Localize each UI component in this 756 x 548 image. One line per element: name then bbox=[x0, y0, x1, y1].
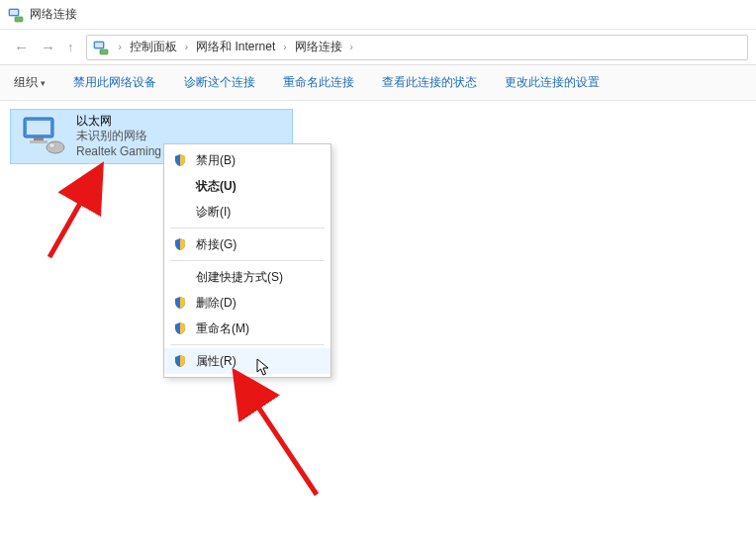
toolbar: 组织 禁用此网络设备 诊断这个连接 重命名此连接 查看此连接的状态 更改此连接的… bbox=[0, 65, 756, 101]
ctx-create-shortcut-label: 创建快捷方式(S) bbox=[196, 269, 283, 286]
svg-rect-9 bbox=[30, 140, 47, 143]
toolbar-change-settings[interactable]: 更改此连接的设置 bbox=[505, 74, 600, 91]
ctx-rename-label: 重命名(M) bbox=[196, 320, 249, 337]
svg-rect-8 bbox=[34, 137, 44, 140]
svg-rect-2 bbox=[15, 17, 23, 22]
adapter-status: 未识别的网络 bbox=[76, 129, 161, 144]
shield-icon bbox=[172, 353, 188, 369]
ethernet-adapter-icon bbox=[19, 115, 66, 158]
adapter-name: 以太网 bbox=[76, 114, 161, 130]
ctx-diagnose[interactable]: 诊断(I) bbox=[164, 199, 331, 225]
breadcrumb[interactable]: › 控制面板 › 网络和 Internet › 网络连接 › bbox=[86, 35, 749, 60]
crumb-control-panel[interactable]: 控制面板 bbox=[126, 39, 181, 55]
content-area: 以太网 未识别的网络 Realtek Gaming bbox=[0, 101, 756, 172]
ctx-rename[interactable]: 重命名(M) bbox=[164, 316, 331, 341]
nav-back-icon[interactable]: ← bbox=[14, 39, 29, 55]
toolbar-rename[interactable]: 重命名此连接 bbox=[283, 74, 354, 91]
titlebar: 网络连接 bbox=[0, 0, 756, 30]
svg-rect-7 bbox=[27, 121, 50, 135]
ctx-separator bbox=[170, 344, 325, 345]
context-menu: 禁用(B) 状态(U) 诊断(I) 桥接(G) 创建快捷方式(S) 删除(D) … bbox=[163, 143, 331, 378]
ctx-bridge[interactable]: 桥接(G) bbox=[164, 231, 331, 257]
ctx-status[interactable]: 状态(U) bbox=[164, 173, 331, 199]
ctx-disable-label: 禁用(B) bbox=[196, 152, 236, 169]
ctx-bridge-label: 桥接(G) bbox=[196, 236, 236, 253]
nav-arrows: ← → ↑ bbox=[8, 39, 80, 55]
address-bar: ← → ↑ › 控制面板 › 网络和 Internet › 网络连接 › bbox=[0, 30, 756, 65]
crumb-network-connections[interactable]: 网络连接 bbox=[291, 39, 346, 55]
shield-icon bbox=[172, 236, 188, 252]
svg-rect-1 bbox=[10, 10, 18, 15]
ctx-separator bbox=[170, 228, 325, 228]
svg-rect-5 bbox=[100, 49, 108, 54]
adapter-device: Realtek Gaming bbox=[76, 144, 161, 160]
ctx-diagnose-label: 诊断(I) bbox=[196, 204, 231, 221]
toolbar-view-status[interactable]: 查看此连接的状态 bbox=[382, 74, 477, 91]
svg-rect-11 bbox=[49, 143, 54, 147]
shield-icon bbox=[172, 152, 188, 168]
ctx-separator bbox=[170, 260, 325, 261]
svg-line-13 bbox=[237, 376, 317, 495]
ctx-disable[interactable]: 禁用(B) bbox=[164, 147, 331, 173]
nav-up-icon[interactable]: ↑ bbox=[67, 40, 74, 54]
ctx-delete[interactable]: 删除(D) bbox=[164, 290, 331, 316]
ctx-create-shortcut[interactable]: 创建快捷方式(S) bbox=[164, 264, 331, 290]
shield-icon bbox=[172, 295, 188, 311]
ctx-delete-label: 删除(D) bbox=[196, 295, 236, 312]
svg-point-10 bbox=[47, 141, 64, 153]
toolbar-organize[interactable]: 组织 bbox=[14, 74, 46, 91]
toolbar-disable-device[interactable]: 禁用此网络设备 bbox=[73, 74, 156, 91]
crumb-network-internet[interactable]: 网络和 Internet bbox=[192, 39, 279, 55]
toolbar-diagnose[interactable]: 诊断这个连接 bbox=[184, 74, 255, 91]
shield-icon bbox=[172, 320, 188, 336]
network-connections-icon bbox=[93, 40, 109, 55]
adapter-text: 以太网 未识别的网络 Realtek Gaming bbox=[76, 114, 161, 160]
svg-rect-4 bbox=[95, 43, 103, 47]
ctx-properties[interactable]: 属性(R) bbox=[164, 348, 331, 374]
ctx-properties-label: 属性(R) bbox=[196, 353, 236, 370]
ctx-status-label: 状态(U) bbox=[196, 178, 236, 195]
window-title: 网络连接 bbox=[30, 6, 77, 23]
nav-forward-icon[interactable]: → bbox=[41, 39, 55, 55]
network-connections-icon bbox=[8, 7, 24, 23]
svg-line-12 bbox=[49, 170, 99, 257]
